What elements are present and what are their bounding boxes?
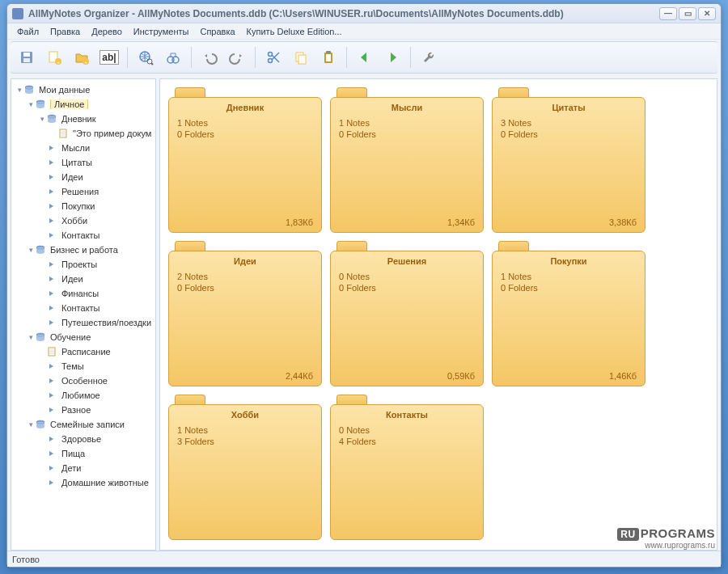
- tree-label: Бизнес и работа: [49, 245, 118, 255]
- arrow-icon: [47, 318, 57, 327]
- folder-card[interactable]: Хобби 1 Notes 3 Folders: [168, 395, 322, 540]
- tree-node[interactable]: ▾Обучение: [13, 330, 154, 344]
- tree-node[interactable]: Идеи: [13, 170, 154, 184]
- folder-title: Контакты: [339, 410, 475, 420]
- folder-size: 3,38Кб: [501, 217, 637, 227]
- tree-node[interactable]: Контакты: [13, 228, 154, 243]
- tree-node[interactable]: Решения: [13, 184, 154, 199]
- minimize-button[interactable]: —: [659, 7, 677, 20]
- maximize-button[interactable]: ▭: [679, 7, 696, 20]
- tree-node[interactable]: ▾Семейные записи: [13, 417, 154, 432]
- copy-icon[interactable]: [290, 46, 312, 69]
- tree-label: Домашние животные: [60, 478, 149, 487]
- folder-subfolders-count: 3 Folders: [177, 436, 313, 447]
- tree-node[interactable]: Разное: [13, 403, 154, 417]
- redo-icon[interactable]: [226, 46, 248, 69]
- tree-node[interactable]: Особенное: [13, 374, 154, 388]
- undo-icon[interactable]: [198, 46, 221, 69]
- tree-label: Обучение: [49, 332, 91, 342]
- arrow-icon: [47, 303, 57, 313]
- expand-toggle[interactable]: ▾: [26, 100, 36, 108]
- expand-toggle[interactable]: ▾: [26, 333, 36, 341]
- tree-label: Проекты: [60, 260, 97, 269]
- tree-label: Идеи: [60, 172, 83, 182]
- global-search-icon[interactable]: [134, 46, 157, 69]
- tree-node[interactable]: Идеи: [13, 272, 154, 286]
- tree-node[interactable]: Мысли: [13, 141, 154, 155]
- new-folder-icon[interactable]: +: [70, 46, 93, 69]
- folder-card[interactable]: Цитаты 3 Notes 0 Folders 3,38Кб: [492, 87, 645, 233]
- svg-text:+: +: [57, 60, 60, 65]
- expand-toggle[interactable]: ▾: [15, 86, 24, 94]
- new-note-icon[interactable]: +: [43, 46, 66, 69]
- menu-купить-deluxe-edition-[interactable]: Купить Deluxe Edition...: [242, 25, 347, 38]
- folder-card[interactable]: Дневник 1 Notes 0 Folders 1,83Кб: [168, 87, 322, 233]
- expand-toggle[interactable]: ▾: [37, 115, 47, 123]
- expand-toggle[interactable]: ▾: [26, 420, 36, 428]
- arrow-icon: [47, 289, 57, 298]
- tree-node[interactable]: Финансы: [13, 286, 154, 301]
- tree-node[interactable]: Цитаты: [13, 155, 154, 170]
- menu-инструменты[interactable]: Инструменты: [129, 25, 194, 38]
- toolbar-separator: [346, 47, 347, 68]
- folder-card[interactable]: Решения 0 Notes 0 Folders 0,59Кб: [330, 241, 484, 386]
- toolbar-separator: [255, 47, 256, 68]
- arrow-icon: [47, 361, 57, 371]
- tree-node[interactable]: Здоровье: [13, 432, 154, 446]
- tree-node[interactable]: Контакты: [13, 301, 154, 315]
- status-text: Готово: [12, 555, 40, 564]
- forward-icon[interactable]: [381, 46, 404, 69]
- back-icon[interactable]: [353, 46, 376, 69]
- menu-дерево[interactable]: Дерево: [87, 25, 127, 38]
- tree-node[interactable]: ▾Личное: [13, 97, 154, 112]
- tree-node[interactable]: ▾Бизнес и работа: [13, 243, 154, 257]
- arrow-icon: [47, 158, 57, 167]
- tree-node[interactable]: Покупки: [13, 199, 154, 213]
- arrow-icon: [47, 405, 57, 415]
- tree-label: Личное: [50, 99, 88, 109]
- tree-node[interactable]: Темы: [13, 359, 154, 374]
- folder-card[interactable]: Идеи 2 Notes 0 Folders 2,44Кб: [168, 241, 322, 386]
- tree-node[interactable]: Путешествия/поездки: [13, 315, 154, 330]
- tree-node[interactable]: "Это пример докум: [13, 126, 154, 141]
- tree-node[interactable]: Домашние животные: [13, 475, 154, 490]
- tree-panel[interactable]: ▾Мои данные▾Личное▾Дневник"Это пример до…: [11, 78, 156, 551]
- folder-title: Хобби: [177, 410, 313, 420]
- save-icon[interactable]: [15, 46, 38, 69]
- folder-card[interactable]: Покупки 1 Notes 0 Folders 1,46Кб: [492, 241, 645, 386]
- folder-card[interactable]: Контакты 0 Notes 4 Folders: [330, 395, 484, 540]
- tree-node[interactable]: Любимое: [13, 388, 154, 403]
- tree-node[interactable]: ▾Мои данные: [13, 82, 154, 97]
- find-icon[interactable]: [162, 46, 184, 69]
- paste-icon[interactable]: [317, 46, 340, 69]
- tree-label: Покупки: [60, 201, 95, 211]
- svg-text:+: +: [84, 60, 87, 65]
- arrow-icon: [47, 260, 57, 269]
- tree-label: Семейные записи: [49, 420, 125, 429]
- rename-icon[interactable]: ab|: [98, 46, 121, 69]
- folder-card[interactable]: Мысли 1 Notes 0 Folders 1,34Кб: [330, 87, 484, 233]
- cut-icon[interactable]: [262, 46, 285, 69]
- tree-node[interactable]: Расписание: [13, 344, 154, 359]
- svg-point-12: [172, 57, 179, 63]
- close-button[interactable]: ✕: [698, 7, 716, 20]
- menubar: ФайлПравкаДеревоИнструментыСправкаКупить…: [7, 23, 721, 40]
- menu-правка[interactable]: Правка: [45, 25, 85, 38]
- settings-icon[interactable]: [417, 46, 440, 69]
- folder-notes-count: 1 Notes: [177, 424, 313, 436]
- tree-node[interactable]: Проекты: [13, 257, 154, 272]
- tree-node[interactable]: Пища: [13, 446, 154, 461]
- folder-size: 1,34Кб: [339, 217, 475, 227]
- tree-node[interactable]: Дети: [13, 461, 154, 475]
- menu-справка[interactable]: Справка: [195, 25, 239, 38]
- tree-node[interactable]: ▾Дневник: [13, 112, 154, 126]
- tree-node[interactable]: Хобби: [13, 213, 154, 228]
- arrow-icon: [47, 449, 57, 458]
- folder-subfolders-count: 0 Folders: [339, 129, 475, 140]
- tree-label: Здоровье: [60, 434, 101, 444]
- svg-line-10: [151, 63, 153, 65]
- tree-label: Любимое: [60, 390, 100, 400]
- menu-файл[interactable]: Файл: [12, 25, 44, 38]
- folder-title: Покупки: [501, 256, 637, 266]
- expand-toggle[interactable]: ▾: [26, 246, 36, 254]
